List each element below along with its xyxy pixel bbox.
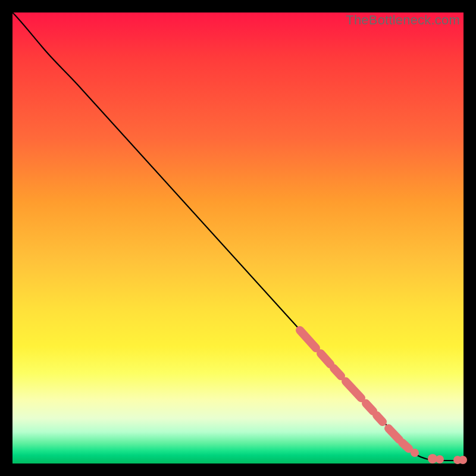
marker-layer xyxy=(300,330,467,464)
marker-segment xyxy=(366,403,373,411)
marker-dot xyxy=(436,455,444,464)
main-curve xyxy=(12,12,464,461)
marker-segment xyxy=(321,353,330,364)
marker-segment xyxy=(402,443,409,449)
marker-segment xyxy=(346,381,361,398)
marker-dot xyxy=(411,449,419,457)
marker-segment xyxy=(300,330,316,348)
curve-layer xyxy=(12,12,464,461)
marker-segment xyxy=(389,428,399,440)
marker-segment xyxy=(334,368,341,376)
chart-svg xyxy=(12,12,464,464)
marker-segment xyxy=(377,415,383,422)
plot-frame: TheBottleneck.com xyxy=(12,12,464,464)
marker-dot xyxy=(459,456,467,464)
